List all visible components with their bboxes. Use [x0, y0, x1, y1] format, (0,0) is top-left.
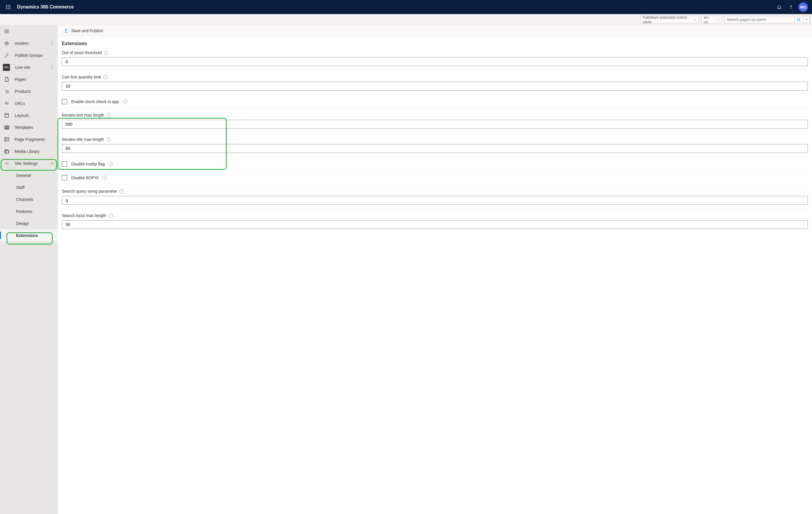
page-icon — [4, 77, 9, 82]
content-scroll[interactable]: Extensions Out of stock threshold i Cart… — [58, 36, 812, 514]
sidebar-item-label: Live site — [15, 65, 46, 70]
locale-selector-value: en-us — [704, 15, 710, 24]
search-query-input[interactable] — [62, 196, 808, 205]
field-label: Search input max length — [62, 213, 106, 218]
locale-selector[interactable]: en-us — [701, 16, 722, 24]
search-button[interactable] — [794, 16, 803, 24]
sidebar-item-features[interactable]: Features — [0, 205, 58, 217]
notifications-button[interactable] — [773, 1, 785, 13]
sidebar-item-label: Pages — [14, 77, 54, 82]
sidebar-item-templates[interactable]: Templates — [0, 121, 58, 133]
sidebar: modern Publish Groups Live site Pa — [0, 25, 58, 514]
chevron-up-icon — [51, 162, 54, 165]
save-publish-button[interactable]: Save and Publish — [71, 28, 103, 33]
sidebar-item-label: Page Fragments — [14, 137, 54, 142]
field-disable-tooltip: Disable tooltip flag i — [62, 161, 808, 171]
sidebar-item-label: Publish Groups — [14, 53, 54, 58]
sidebar-item-site-settings[interactable]: Site Settings — [0, 157, 58, 169]
field-search-maxlen: Search input max length i — [62, 213, 808, 233]
field-label: Disable tooltip flag — [71, 162, 105, 167]
chevron-down-icon — [717, 18, 719, 21]
svg-point-3 — [6, 6, 7, 7]
info-icon[interactable]: i — [109, 162, 113, 167]
sidebar-item-label: Site Settings — [14, 161, 46, 166]
info-icon[interactable]: i — [104, 75, 108, 79]
cart-icon — [4, 89, 9, 94]
sidebar-item-live-site[interactable]: Live site — [0, 61, 58, 73]
hamburger-icon — [4, 29, 9, 33]
user-avatar[interactable]: MG — [799, 2, 808, 12]
sidebar-item-label: Layouts — [14, 113, 54, 118]
page-title: Extensions — [62, 41, 808, 46]
field-disable-bopis: Disable BOPIS i — [62, 175, 808, 184]
sidebar-item-extensions[interactable]: Extensions — [0, 229, 58, 241]
upload-icon — [64, 28, 68, 33]
global-header: Dynamics 365 Commerce MG — [0, 0, 812, 14]
field-label: Search query string parameter — [62, 189, 117, 193]
disable-tooltip-checkbox[interactable] — [62, 161, 67, 167]
sidebar-item-label: URLs — [14, 101, 54, 106]
sidebar-item-general[interactable]: General — [0, 169, 58, 181]
info-icon[interactable]: i — [109, 213, 113, 218]
svg-rect-24 — [5, 126, 9, 126]
svg-point-7 — [8, 8, 8, 9]
chevron-down-icon — [694, 18, 696, 21]
sidebar-item-layouts[interactable]: Layouts — [0, 109, 58, 121]
sidebar-item-label: Extensions — [16, 233, 54, 238]
search-dropdown-button[interactable] — [803, 16, 810, 24]
sort-icon — [51, 66, 54, 69]
sidebar-item-fragments[interactable]: Page Fragments — [0, 133, 58, 145]
svg-point-20 — [6, 92, 7, 93]
rocket-icon — [4, 53, 9, 58]
svg-point-19 — [6, 67, 7, 67]
search-group — [724, 16, 810, 24]
sidebar-item-products[interactable]: Products — [0, 85, 58, 97]
info-icon[interactable]: i — [106, 138, 111, 142]
main-content: Save and Publish Extensions Out of stock… — [58, 25, 812, 514]
field-review-title: Review title max length i — [62, 137, 808, 157]
svg-point-18 — [7, 55, 8, 55]
sidebar-item-media[interactable]: Media Library — [0, 145, 58, 157]
link-icon — [4, 101, 9, 106]
svg-rect-22 — [5, 113, 8, 117]
info-icon[interactable]: i — [103, 176, 107, 180]
sort-icon — [51, 41, 54, 45]
sidebar-item-modern[interactable]: modern — [0, 37, 58, 49]
template-icon — [4, 125, 9, 129]
info-icon[interactable]: i — [104, 51, 109, 55]
sidebar-item-channels[interactable]: Channels — [0, 193, 58, 205]
app-launcher-button[interactable] — [3, 2, 13, 12]
sidebar-item-label: modern — [14, 41, 46, 46]
field-label: Enable stock check in app — [71, 99, 119, 104]
command-bar: Save and Publish — [58, 25, 812, 36]
help-button[interactable] — [785, 1, 797, 13]
store-selector[interactable]: Fabrikam extended online store — [640, 16, 699, 24]
sidebar-item-label: Staff — [16, 185, 54, 190]
svg-point-2 — [9, 5, 10, 6]
sidebar-item-label: Features — [16, 209, 54, 214]
sidebar-item-pages[interactable]: Pages — [0, 73, 58, 85]
svg-point-6 — [6, 8, 7, 9]
disable-bopis-checkbox[interactable] — [62, 175, 67, 180]
question-icon — [788, 4, 793, 10]
svg-point-4 — [8, 6, 8, 7]
search-icon — [797, 18, 801, 22]
sidebar-item-staff[interactable]: Staff — [0, 181, 58, 193]
review-title-input[interactable] — [62, 144, 808, 153]
sidebar-item-publish-groups[interactable]: Publish Groups — [0, 49, 58, 61]
sidebar-item-urls[interactable]: URLs — [0, 97, 58, 109]
globe-icon — [4, 41, 9, 46]
info-icon[interactable]: i — [123, 99, 127, 104]
review-text-input[interactable] — [62, 120, 808, 128]
search-maxlen-input[interactable] — [62, 220, 808, 229]
cart-limit-input[interactable] — [62, 82, 808, 91]
info-icon[interactable]: i — [120, 189, 124, 193]
out-of-stock-input[interactable] — [62, 57, 808, 66]
media-icon — [4, 149, 9, 153]
enable-stock-check-checkbox[interactable] — [62, 99, 67, 104]
info-icon[interactable]: i — [107, 113, 111, 117]
sidebar-collapse-button[interactable] — [0, 25, 58, 37]
field-enable-stock-check: Enable stock check in app i — [62, 99, 808, 108]
search-input[interactable] — [724, 16, 794, 24]
sidebar-item-design[interactable]: Design — [0, 217, 58, 229]
